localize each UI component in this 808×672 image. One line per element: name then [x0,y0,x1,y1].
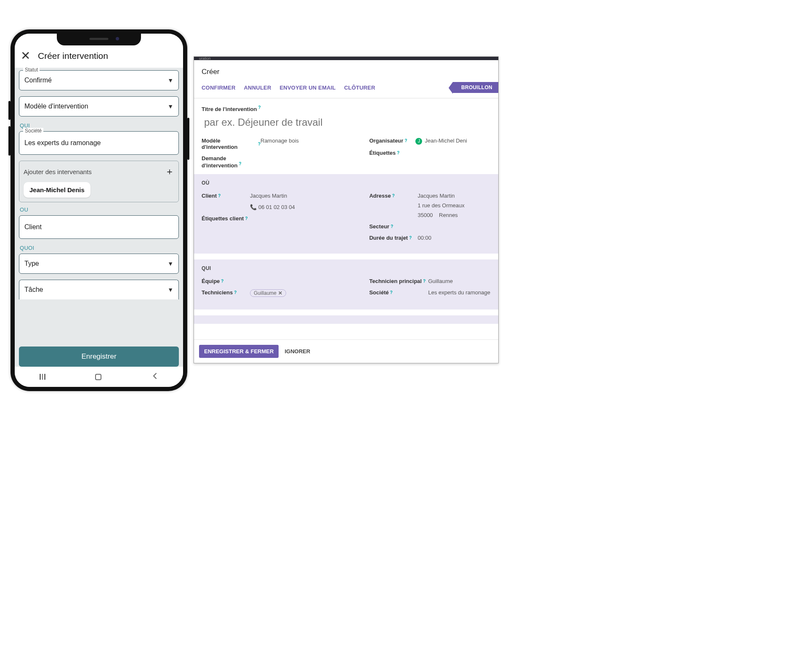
address-street[interactable]: 1 rue des Ormeaux [417,202,464,209]
close-icon[interactable]: ✕ [21,49,30,63]
nav-back-icon[interactable] [152,373,158,381]
help-icon[interactable]: ? [391,224,393,229]
status-label: Statut [23,68,40,73]
nav-home-icon[interactable] [95,374,101,380]
request-label: Demande d'intervention? [202,155,260,169]
type-label: Type [24,260,39,267]
main-tech-value[interactable]: Guillaume [428,278,453,284]
remove-chip-icon[interactable]: ✕ [278,290,282,296]
client-label: Client [24,223,42,231]
status-flag-draft: BROUILLON [453,82,498,93]
client-tags-label: Étiquettes client? [202,215,250,222]
help-icon[interactable]: ? [392,193,395,198]
save-and-close-button[interactable]: ENREGISTRER & FERMER [199,345,279,358]
action-cancel[interactable]: ANNULER [244,85,271,91]
company-label: Société? [369,289,428,296]
phone-icon: 📞 [250,204,257,210]
help-icon[interactable]: ? [423,279,425,283]
web-top-strip: uration [194,57,498,60]
type-field[interactable]: Type ▼ [19,254,179,274]
ignore-button[interactable]: IGNORER [284,348,310,355]
help-icon[interactable]: ? [239,161,241,166]
save-button[interactable]: Enregistrer [19,347,179,367]
action-confirm[interactable]: CONFIRMER [202,85,236,91]
client-name[interactable]: Jacques Martin [250,193,287,199]
organizer-label: Organisateur? [369,138,415,144]
add-workers-label: Ajouter des intervenants [24,168,92,175]
status-field[interactable]: Statut Confirmé ▼ [19,70,179,90]
chevron-down-icon: ▼ [167,77,173,84]
section-who: QUI [20,122,179,129]
help-icon[interactable]: ? [397,151,399,155]
mobile-title: Créer intervention [38,51,108,61]
chevron-down-icon: ▼ [167,260,173,267]
sector-label: Secteur? [369,223,417,230]
help-icon[interactable]: ? [234,290,237,295]
company-field[interactable]: Société Les experts du ramonage [19,131,179,155]
web-action-links: CONFIRMER ANNULER ENVOYER UN EMAIL CLÔTU… [202,85,375,91]
model-field[interactable]: Modèle d'intervention ▼ [19,96,179,116]
client-label: Client? [202,193,250,199]
model-label: Modèle d'intervention [24,103,88,110]
worker-chip[interactable]: Jean-Michel Denis [24,182,90,198]
section-where-head: OÙ [202,180,491,186]
model-label: Modèle d'intervention? [202,138,260,150]
action-send-email[interactable]: ENVOYER UN EMAIL [279,85,335,91]
address-label: Adresse? [369,193,417,199]
action-close[interactable]: CLÔTURER [344,85,375,91]
nav-recents-icon[interactable] [40,374,45,380]
technicians-label: Techniciens? [202,289,250,296]
web-modal: uration Créer CONFIRMER ANNULER ENVOYER … [194,56,499,363]
help-icon[interactable]: ? [218,193,221,198]
company-value[interactable]: Les experts du ramonage [428,289,490,296]
avatar: J [415,138,422,145]
address-city[interactable]: Rennes [439,212,458,218]
help-icon[interactable]: ? [390,290,393,295]
technician-chip[interactable]: Guillaume ✕ [250,289,286,297]
section-who: QUI Équipe? Techniciens? Guillaume ✕ [194,259,498,310]
section-where: OÙ Client? Jacques Martin 📞06 01 02 03 0… [194,174,498,254]
main-tech-label: Technicien principal? [369,278,428,284]
section-where: OU [20,206,179,213]
address-name[interactable]: Jacques Martin [417,193,464,199]
help-icon[interactable]: ? [221,279,223,283]
intervention-title-input[interactable] [202,112,491,135]
client-field[interactable]: Client [19,215,179,239]
mobile-phone-frame: ✕ Créer intervention Statut Confirmé ▼ M… [11,29,187,391]
model-value[interactable]: Ramonage bois [260,138,299,144]
company-label: Société [23,128,43,134]
client-phone[interactable]: 📞06 01 02 03 04 [250,204,295,210]
company-value: Les experts du ramonage [24,139,101,147]
task-label: Tâche [24,286,43,294]
chevron-down-icon: ▼ [167,103,173,110]
status-value: Confirmé [24,77,52,84]
help-icon[interactable]: ? [258,105,260,110]
travel-value[interactable]: 00:00 [417,235,431,241]
task-field[interactable]: Tâche ▼ [19,280,179,299]
help-icon[interactable]: ? [404,138,407,143]
section-who-head: QUI [202,265,491,271]
workers-box: Ajouter des intervenants ＋ Jean-Michel D… [19,161,179,202]
organizer-value[interactable]: JJean-Michel Deni [415,138,467,145]
chevron-down-icon: ▼ [167,286,173,293]
phone-notch [57,34,141,45]
tags-label: Étiquettes? [369,150,415,156]
team-label: Équipe? [202,278,250,284]
plus-icon[interactable]: ＋ [165,165,174,178]
web-title: Créer [194,60,498,79]
help-icon[interactable]: ? [409,235,412,240]
travel-label: Durée du trajet? [369,235,417,241]
address-zip[interactable]: 35000 [417,212,433,218]
android-nav [15,367,183,387]
help-icon[interactable]: ? [245,216,247,221]
section-what: QUOI [20,245,179,251]
intervention-title-label: Titre de l'intervention? [202,105,491,112]
